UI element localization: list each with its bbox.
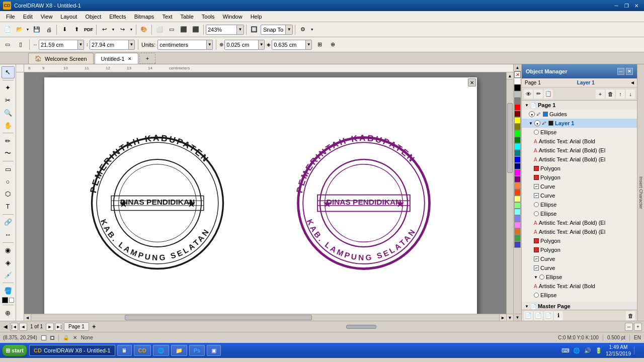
scroll-left-button[interactable]: ◄	[24, 314, 31, 321]
zoom-dropdown[interactable]: ▼	[206, 25, 244, 35]
scroll-thumb-h[interactable]	[125, 315, 312, 320]
transparency-tool[interactable]: ◈	[2, 256, 15, 268]
color-swatch-medgreen[interactable]	[514, 235, 521, 241]
tab-welcome-screen[interactable]: 🏠 Welcome Screen	[28, 53, 94, 64]
undo-dropdown[interactable]: ▼	[111, 24, 116, 35]
menu-edit[interactable]: Edit	[19, 13, 37, 21]
add-page-tab-btn[interactable]: +	[90, 323, 98, 330]
nav-next-btn[interactable]: ►	[46, 323, 54, 331]
color-swatch-white[interactable]	[514, 78, 521, 84]
polygon-tool[interactable]: ⬡	[2, 188, 15, 200]
om-new-master-btn[interactable]: 📄	[534, 311, 543, 320]
start-button[interactable]: ⊞ start	[2, 344, 27, 356]
om-polygon-3[interactable]: Polygon	[522, 236, 637, 245]
smart-draw-tool[interactable]: 〜	[2, 147, 15, 159]
nudge-arrow[interactable]: ▼	[258, 40, 264, 49]
om-artistic-text-2[interactable]: A Artistic Text: Arial (Bold) (El	[522, 146, 637, 155]
pdf-button[interactable]: PDF	[83, 24, 94, 35]
units-dropdown[interactable]: ▼	[157, 40, 213, 50]
taskbar-coreldraw[interactable]: CD CorelDRAW X8 - Untitled-1	[29, 345, 115, 356]
color-swatch-purple[interactable]	[514, 176, 521, 183]
om-ellipse-4[interactable]: ▼ Ellipse	[522, 273, 637, 282]
open-dropdown[interactable]: ▼	[25, 24, 30, 35]
layer-page1[interactable]: ▼ 📄 Page 1	[522, 101, 637, 110]
layer-layer1[interactable]: ▼ ● 🖊 Layer 1	[522, 119, 637, 128]
page-height-arrow[interactable]: ▼	[128, 40, 134, 49]
color-swatch-magenta[interactable]	[514, 169, 521, 176]
om-object-properties-btn[interactable]: ℹ	[554, 311, 563, 320]
om-delete-layer-btn[interactable]: 🗑	[626, 311, 635, 320]
menu-help[interactable]: Help	[247, 13, 266, 21]
page-width-arrow[interactable]: ▼	[77, 40, 84, 49]
om-edit-btn[interactable]: ✏	[534, 89, 543, 99]
color-swatch-lightgreen[interactable]	[514, 202, 521, 209]
scroll-thumb-v[interactable]	[507, 103, 513, 173]
stamp-black[interactable]: DINAS PENDIDIKAN ★ ★ PEMERINTAH KABUPATE…	[85, 130, 230, 276]
om-artistic-text-3[interactable]: A Artistic Text: Arial (Bold) (El	[522, 155, 637, 164]
palette-scroll-up[interactable]: ▲	[514, 64, 521, 71]
redo-button[interactable]: ↪	[117, 24, 128, 35]
restore-button[interactable]: ❐	[622, 2, 631, 10]
color-swatch-yellow[interactable]	[514, 117, 521, 124]
nudge-input[interactable]: ▼	[224, 40, 265, 50]
om-add-btn[interactable]: +	[596, 89, 605, 99]
color-swatch-cyan[interactable]	[514, 143, 521, 150]
canvas-content[interactable]: ✕	[24, 72, 505, 321]
clock-display[interactable]: 1:49 AM 12/15/2019	[606, 344, 631, 357]
nudge-value[interactable]	[225, 40, 258, 49]
import-button[interactable]: ⬇	[59, 24, 70, 35]
guides-eye-icon[interactable]: ●	[529, 111, 535, 117]
color-swatch-blue[interactable]	[514, 156, 521, 163]
pos-x-input[interactable]: ▼	[272, 40, 312, 50]
taskbar-explorer[interactable]: 📁	[171, 345, 187, 356]
page-width-value[interactable]	[39, 40, 77, 49]
scroll-up-button[interactable]: ▲	[507, 72, 513, 79]
color-swatch-maroon[interactable]	[514, 111, 521, 117]
panel-minimize-btn[interactable]: ─	[617, 68, 624, 75]
interactive-tool[interactable]: ◉	[2, 244, 15, 256]
om-ellipse-2[interactable]: Ellipse	[522, 200, 637, 209]
menu-bitmaps[interactable]: Bitmaps	[130, 13, 158, 21]
scroll-down-button[interactable]: ▼	[507, 314, 513, 321]
menu-table[interactable]: Table	[177, 13, 198, 21]
page-tab-1[interactable]: Page 1	[64, 322, 89, 331]
nav-last-btn[interactable]: ►|	[55, 323, 63, 331]
color-swatch-brown[interactable]	[514, 228, 521, 235]
om-curve-1[interactable]: Curve	[522, 182, 637, 191]
rectangle-tool[interactable]: ▭	[2, 163, 15, 175]
zoom-in-btn[interactable]: ⊕	[2, 307, 15, 319]
tray-keyboard-icon[interactable]: ⌨	[561, 346, 570, 354]
menu-window[interactable]: Window	[219, 13, 247, 21]
om-polygon-4[interactable]: Polygon	[522, 245, 637, 254]
color-swatch-navy[interactable]	[514, 163, 521, 169]
add-page-button[interactable]: ⊕	[327, 39, 338, 50]
new-button[interactable]: 📄	[2, 24, 13, 35]
units-arrow[interactable]: ▼	[206, 40, 212, 49]
om-show-all-btn[interactable]: 👁	[524, 89, 533, 99]
tab-close-icon[interactable]: ✕	[128, 56, 132, 61]
color-swatch-lightblue[interactable]	[514, 215, 521, 222]
color-swatch-silver[interactable]	[514, 91, 521, 98]
layer1-eye-icon[interactable]: ●	[534, 120, 540, 126]
options-dropdown[interactable]: ▼	[309, 24, 314, 35]
om-move-up-btn[interactable]: ↑	[616, 89, 625, 99]
stamp-purple[interactable]: DINAS PENDIDIKAN ★ ★ PEMERINTAH KABUPATE…	[291, 130, 437, 276]
om-artistic-text-4[interactable]: A Artistic Text: Arial (Bold) (El	[522, 218, 637, 227]
om-polygon-1[interactable]: Polygon	[522, 164, 637, 173]
stroke-color-box[interactable]	[9, 298, 14, 303]
color-swatch-green[interactable]	[514, 137, 521, 143]
shape-tool[interactable]: ✦	[2, 82, 15, 94]
menu-file[interactable]: File	[2, 13, 19, 21]
text-tool[interactable]: T	[2, 201, 15, 213]
connector-tool[interactable]: 🔗	[2, 216, 15, 228]
fill-tool[interactable]: 🪣	[2, 285, 15, 297]
color-mgmt-button[interactable]: 🎨	[138, 24, 149, 35]
insert-character-tab[interactable]: Insert Character	[637, 64, 644, 321]
om-ellipse-3[interactable]: Ellipse	[522, 209, 637, 218]
om-move-down-btn[interactable]: ↓	[626, 89, 635, 99]
no-fill-swatch[interactable]: ✕	[514, 71, 521, 78]
menu-object[interactable]: Object	[81, 13, 105, 21]
menu-effects[interactable]: Effects	[105, 13, 130, 21]
open-button[interactable]: 📂	[14, 24, 25, 35]
crop-tool[interactable]: ✂	[2, 95, 15, 107]
